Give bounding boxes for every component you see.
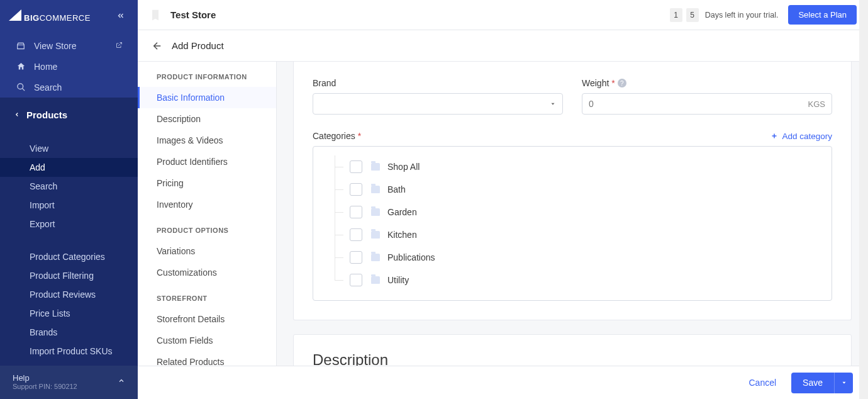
- sect-group-product-options-label: PRODUCT OPTIONS: [138, 227, 276, 240]
- category-label: Utility: [387, 275, 409, 285]
- page-header: Add Product: [138, 30, 868, 62]
- sect-item-description[interactable]: Description: [138, 108, 276, 130]
- sect-item-inventory[interactable]: Inventory: [138, 194, 276, 215]
- cancel-button[interactable]: Cancel: [742, 373, 782, 393]
- sidebar-sub-brands[interactable]: Brands: [0, 323, 138, 342]
- store-name: Test Store: [170, 9, 216, 20]
- sidebar-sub-export[interactable]: Export: [0, 215, 138, 233]
- category-checkbox[interactable]: [350, 228, 362, 241]
- svg-line-2: [22, 88, 25, 91]
- required-indicator: *: [358, 131, 361, 141]
- folder-icon: [371, 231, 380, 239]
- back-button[interactable]: [149, 38, 165, 54]
- nav-home[interactable]: Home: [0, 56, 138, 77]
- sidebar-collapse-button[interactable]: [113, 8, 129, 24]
- sidebar-sub-product-reviews[interactable]: Product Reviews: [0, 285, 138, 304]
- svg-marker-0: [9, 9, 21, 21]
- categories-label: Categories: [313, 131, 355, 141]
- required-indicator: *: [611, 78, 615, 88]
- brand-row: BIGCOMMERCE: [0, 0, 138, 31]
- sidebar-sub-search[interactable]: Search: [0, 177, 138, 196]
- trial-countdown: 1 5 Days left in your trial. Select a Pl…: [670, 5, 857, 25]
- caret-down-icon: [841, 379, 847, 386]
- category-item: Garden: [326, 201, 819, 223]
- sect-item-images-videos[interactable]: Images & Videos: [138, 130, 276, 151]
- nav-view-store[interactable]: View Store: [0, 35, 138, 56]
- sect-item-variations[interactable]: Variations: [138, 240, 276, 262]
- category-checkbox[interactable]: [350, 251, 362, 264]
- sidebar-section-products[interactable]: Products: [0, 98, 138, 132]
- category-item: Shop All: [326, 155, 819, 178]
- plus-icon: [771, 132, 778, 140]
- nav-home-label: Home: [34, 62, 57, 72]
- brand-logo-icon: [9, 9, 21, 21]
- nav-search-label: Search: [34, 82, 62, 93]
- svg-marker-7: [842, 382, 845, 384]
- add-category-button[interactable]: Add category: [771, 132, 832, 141]
- form-scroll-area[interactable]: Brand Weight * ?: [277, 62, 868, 399]
- primary-nav-top: View Store Home Search: [0, 31, 138, 98]
- home-icon: [15, 62, 26, 71]
- category-checkbox[interactable]: [350, 274, 362, 286]
- brand-field: Brand: [313, 78, 563, 115]
- sidebar-sub-product-filtering[interactable]: Product Filtering: [0, 266, 138, 285]
- section-nav: PRODUCT INFORMATION Basic Information De…: [138, 62, 277, 399]
- category-item: Bath: [326, 178, 819, 201]
- sect-group-storefront-label: STOREFRONT: [138, 295, 276, 308]
- store-flag-icon: [149, 9, 162, 21]
- folder-icon: [371, 163, 380, 171]
- window-scrollbar[interactable]: [859, 0, 868, 399]
- weight-label: Weight: [582, 78, 609, 88]
- sect-item-pricing[interactable]: Pricing: [138, 172, 276, 194]
- sidebar-section-products-label: Products: [26, 110, 67, 120]
- sect-item-basic-info[interactable]: Basic Information: [138, 87, 276, 108]
- select-plan-button[interactable]: Select a Plan: [788, 5, 857, 25]
- sect-item-custom-fields[interactable]: Custom Fields: [138, 330, 276, 351]
- sect-item-customizations[interactable]: Customizations: [138, 262, 276, 283]
- svg-point-1: [17, 84, 23, 89]
- weight-unit: KGS: [808, 99, 825, 109]
- folder-icon: [371, 186, 380, 193]
- folder-icon: [371, 254, 380, 261]
- sidebar-sub-product-categories[interactable]: Product Categories: [0, 247, 138, 266]
- chevron-up-icon: [118, 377, 125, 386]
- folder-icon: [371, 276, 380, 284]
- save-dropdown-button[interactable]: [834, 373, 853, 393]
- brand-name-rest: COMMERCE: [40, 13, 91, 23]
- category-item: Kitchen: [326, 223, 819, 246]
- trial-digit-2: 5: [686, 8, 699, 22]
- content-row: PRODUCT INFORMATION Basic Information De…: [138, 62, 868, 399]
- main-region: Test Store 1 5 Days left in your trial. …: [138, 0, 868, 399]
- sect-item-product-identifiers[interactable]: Product Identifiers: [138, 151, 276, 172]
- folder-icon: [371, 208, 380, 216]
- category-checkbox[interactable]: [350, 160, 362, 173]
- category-checkbox[interactable]: [350, 206, 362, 218]
- help-icon[interactable]: ?: [618, 79, 626, 87]
- brand-select[interactable]: [313, 93, 563, 115]
- sidebar-sub-nav: View Add Search Import Export Product Ca…: [0, 132, 138, 366]
- trial-label: Days left in your trial.: [705, 11, 779, 20]
- primary-sidebar: BIGCOMMERCE View Store Home Search Produ…: [0, 0, 138, 399]
- category-item: Utility: [326, 269, 819, 291]
- category-checkbox[interactable]: [350, 183, 362, 196]
- weight-input-wrap[interactable]: KGS: [582, 93, 832, 115]
- sidebar-sub-view[interactable]: View: [0, 139, 138, 158]
- category-label: Bath: [387, 184, 406, 194]
- help-block[interactable]: Help Support PIN: 590212: [0, 366, 138, 399]
- category-label: Garden: [387, 207, 417, 217]
- save-button[interactable]: Save: [791, 373, 834, 393]
- weight-input[interactable]: [589, 99, 808, 109]
- sect-group-product-info-label: PRODUCT INFORMATION: [138, 73, 276, 87]
- sidebar-sub-price-lists[interactable]: Price Lists: [0, 304, 138, 323]
- sidebar-sub-add[interactable]: Add: [0, 158, 138, 177]
- nav-search[interactable]: Search: [0, 77, 138, 98]
- trial-digit-1: 1: [670, 8, 682, 22]
- category-label: Shop All: [387, 162, 420, 172]
- help-title: Help: [13, 373, 77, 383]
- store-icon: [15, 42, 26, 50]
- weight-field: Weight * ? KGS: [582, 78, 832, 115]
- sect-item-storefront-details[interactable]: Storefront Details: [138, 308, 276, 330]
- page-title: Add Product: [172, 40, 224, 51]
- sidebar-sub-import[interactable]: Import: [0, 196, 138, 215]
- sidebar-sub-import-skus[interactable]: Import Product SKUs: [0, 342, 138, 361]
